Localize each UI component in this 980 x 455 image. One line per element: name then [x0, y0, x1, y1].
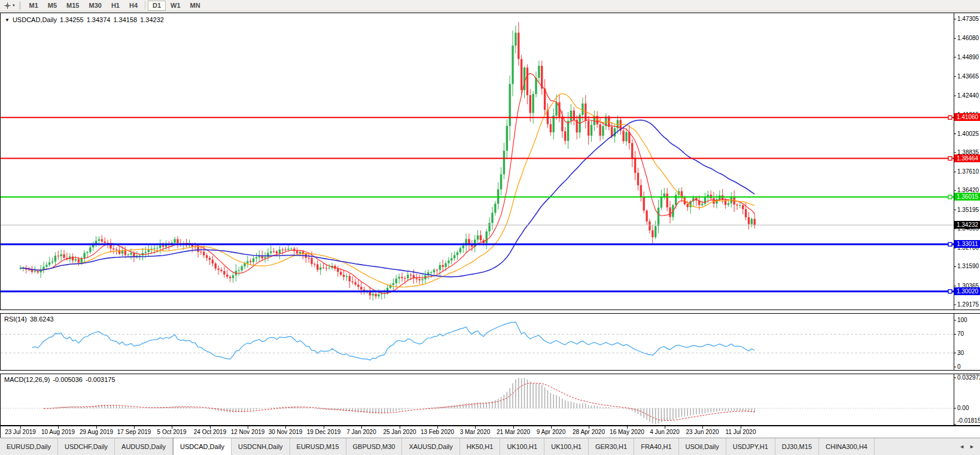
- current-price-label: 1.34232: [954, 221, 980, 229]
- price-tick: 1.40025: [957, 131, 979, 138]
- top-toolbar: ▾ M1M5M15M30H1H4D1W1MN: [0, 0, 980, 11]
- chart-title: ▼ USDCAD,Daily 1.34255 1.34374 1.34158 1…: [5, 16, 164, 23]
- date-label: 21 Mar 2020: [497, 429, 530, 435]
- timeframe-toolbar: M1M5M15M30H1H4D1W1MN: [25, 1, 205, 11]
- date-label: 29 Aug 2019: [80, 429, 113, 435]
- chart-tab-USDJPY-H1[interactable]: USDJPY,H1: [726, 438, 775, 455]
- chart-tab-EURUSD-M15[interactable]: EURUSD,M15: [290, 438, 346, 455]
- hline-price-label: 1.41060: [954, 113, 980, 121]
- chart-tab-EURUSD-Daily[interactable]: EURUSD,Daily: [0, 438, 58, 455]
- chart-tab-CHINA300-H4[interactable]: CHINA300,H4: [819, 438, 875, 455]
- tabs-scroll-left-button[interactable]: ◄: [959, 444, 964, 450]
- chart-tab-USDCHF-Daily[interactable]: USDCHF,Daily: [58, 438, 115, 455]
- rsi-tick: 100: [957, 317, 967, 324]
- hline-price-label: 1.36015: [954, 193, 980, 201]
- rsi-label: RSI(14)38.6243: [4, 316, 54, 323]
- chart-tabs: EURUSD,DailyUSDCHF,DailyAUDUSD,DailyUSDC…: [0, 438, 954, 455]
- macd-tick: 0.00: [957, 405, 969, 412]
- timeframe-button-MN[interactable]: MN: [185, 1, 205, 11]
- price-tick: 1.47305: [957, 16, 979, 23]
- date-label: 16 May 2020: [610, 429, 644, 435]
- time-axis[interactable]: 23 Jul 201910 Aug 201929 Aug 201917 Sep …: [0, 426, 980, 438]
- timeframe-button-H1[interactable]: H1: [106, 1, 124, 11]
- date-label: 13 Feb 2020: [421, 429, 454, 435]
- timeframe-button-M15[interactable]: M15: [62, 1, 84, 11]
- chart-tab-GBPUSD-M30[interactable]: GBPUSD,M30: [346, 438, 403, 455]
- date-label: 7 Jan 2020: [346, 429, 376, 435]
- price-tick: 1.37610: [957, 168, 979, 175]
- timeframe-button-D1[interactable]: D1: [148, 1, 166, 11]
- hline-price-label: 1.30020: [954, 287, 980, 295]
- chart-tab-USDCNH-Daily[interactable]: USDCNH,Daily: [232, 438, 290, 455]
- timeframe-button-H4[interactable]: H4: [124, 1, 142, 11]
- collapse-triangle-icon[interactable]: ▼: [5, 17, 10, 23]
- date-label: 24 Oct 2019: [194, 429, 226, 435]
- date-label: 17 Sep 2019: [117, 429, 151, 435]
- crosshair-icon: [4, 2, 11, 10]
- rsi-tick: 30: [957, 350, 964, 357]
- date-label: 9 Apr 2020: [537, 429, 565, 435]
- price-tick: 1.43665: [957, 73, 979, 80]
- main-price-pane: ▼ USDCAD,Daily 1.34255 1.34374 1.34158 1…: [0, 13, 980, 310]
- chart-tab-XAUUSD-Daily[interactable]: XAUUSD,Daily: [402, 438, 459, 455]
- chart-tab-DJ30-M15[interactable]: DJ30,M15: [775, 438, 819, 455]
- price-tick: 1.44890: [957, 54, 979, 61]
- timeframe-button-M5[interactable]: M5: [43, 1, 62, 11]
- date-label: 5 Oct 2019: [157, 429, 187, 435]
- macd-pane: MACD(12,26,9)-0.005036-0.003175 0.032972…: [0, 374, 980, 426]
- main-chart-canvas[interactable]: [1, 13, 980, 310]
- price-tick: 1.42440: [957, 92, 979, 99]
- ohlc-close: 1.34232: [140, 16, 164, 23]
- hline-price-label: 1.38464: [954, 154, 980, 162]
- ohlc-high: 1.34374: [87, 16, 111, 23]
- price-tick: 1.46080: [957, 35, 979, 42]
- date-label: 28 Apr 2020: [573, 429, 605, 435]
- ohlc-low: 1.34158: [113, 16, 137, 23]
- symbol-period-label: USDCAD,Daily: [13, 16, 57, 23]
- date-label: 23 Jun 2020: [686, 429, 719, 435]
- toolbar-separator: [145, 1, 145, 10]
- chart-window: ▼ USDCAD,Daily 1.34255 1.34374 1.34158 1…: [0, 13, 980, 438]
- date-label: 30 Nov 2019: [269, 429, 303, 435]
- date-label: 3 Mar 2020: [460, 429, 491, 435]
- rsi-canvas[interactable]: [1, 314, 980, 370]
- tab-scroll-controls: ◄ ►: [954, 438, 980, 455]
- macd-canvas[interactable]: [1, 374, 980, 425]
- price-tick: 1.35195: [957, 207, 979, 214]
- chart-tab-HK50-H1[interactable]: HK50,H1: [460, 438, 501, 455]
- ohlc-open: 1.34255: [60, 16, 84, 23]
- timeframe-button-M30[interactable]: M30: [84, 1, 106, 11]
- rsi-pane: RSI(14)38.6243 10070300: [0, 313, 980, 371]
- price-tick: 1.29175: [957, 301, 979, 308]
- chart-tab-USOil-Daily[interactable]: USOil,Daily: [679, 438, 726, 455]
- chart-tab-UK100-H1[interactable]: UK100,H1: [544, 438, 589, 455]
- chart-tab-FRA40-H1[interactable]: FRA40,H1: [634, 438, 678, 455]
- date-label: 12 Nov 2019: [231, 429, 265, 435]
- dropdown-caret-icon: ▾: [13, 3, 15, 8]
- macd-label: MACD(12,26,9)-0.005036-0.003175: [4, 376, 115, 383]
- rsi-tick: 70: [957, 330, 964, 338]
- price-tick: 1.31590: [957, 263, 979, 270]
- timeframe-button-W1[interactable]: W1: [166, 1, 185, 11]
- macd-tick: 0.032972: [957, 374, 980, 381]
- chart-tabs-bar: EURUSD,DailyUSDCHF,DailyAUDUSD,DailyUSDC…: [0, 438, 980, 455]
- chart-tab-UK100-H1[interactable]: UK100,H1: [500, 438, 544, 455]
- date-label: 25 Jan 2020: [383, 429, 416, 435]
- terminal-window: ▾ M1M5M15M30H1H4D1W1MN ▼ USDCAD,Daily 1.…: [0, 0, 980, 455]
- date-label: 4 Jun 2020: [650, 429, 680, 435]
- date-label: 11 Jul 2020: [726, 429, 756, 435]
- toolbar-grip[interactable]: [19, 2, 21, 10]
- hline-price-label: 1.33011: [954, 240, 980, 248]
- date-label: 10 Aug 2019: [41, 429, 75, 435]
- macd-tick: -0.018154: [957, 417, 980, 424]
- date-label: 23 Jul 2019: [5, 429, 36, 435]
- chart-tab-AUDUSD-Daily[interactable]: AUDUSD,Daily: [115, 438, 173, 455]
- cursor-tool-button[interactable]: ▾: [2, 1, 17, 11]
- date-label: 19 Dec 2019: [307, 429, 341, 435]
- chart-tab-GER30-H1[interactable]: GER30,H1: [589, 438, 634, 455]
- rsi-tick: 0: [957, 363, 961, 371]
- chart-tab-USDCAD-Daily[interactable]: USDCAD,Daily: [173, 438, 232, 455]
- tabs-scroll-right-button[interactable]: ►: [969, 444, 975, 450]
- timeframe-button-M1[interactable]: M1: [25, 1, 43, 11]
